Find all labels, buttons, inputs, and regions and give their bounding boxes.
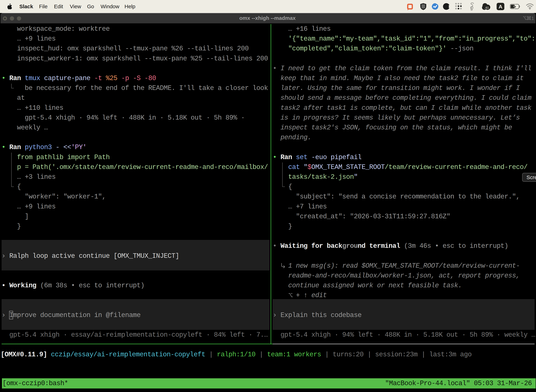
svg-text:1: 1 <box>531 16 534 21</box>
svg-text:..61: ..61 <box>484 6 489 9</box>
svg-text:A: A <box>498 4 502 9</box>
